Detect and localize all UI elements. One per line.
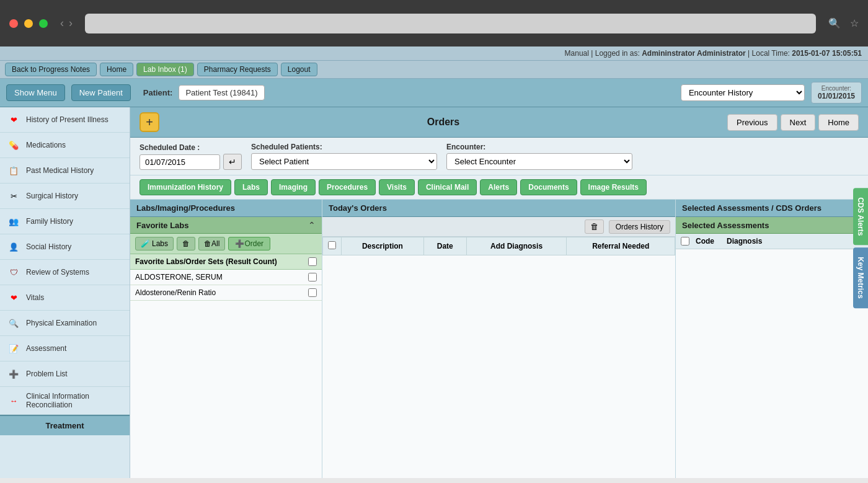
delete-lab-btn[interactable]: 🗑 [177, 237, 195, 250]
left-panel-title: Labs/Imaging/Procedures [130, 200, 322, 217]
key-metrics-tab[interactable]: Key Metrics [853, 247, 868, 308]
logged-in-label: Logged in as: [595, 49, 640, 58]
tab-clinical-mail[interactable]: Clinical Mail [418, 179, 477, 195]
minimize-window-btn[interactable] [24, 19, 33, 28]
sidebar-item-physical-examination[interactable]: 🔍 Physical Examination [0, 311, 130, 336]
home-orders-btn[interactable]: Home [818, 114, 859, 131]
fav-row-checkbox-1[interactable] [308, 273, 317, 281]
sidebar-label-past-medical-history: Past Medical History [26, 166, 94, 175]
scheduled-date-group: Scheduled Date : ↵ [140, 143, 242, 170]
sidebar-item-problem-list[interactable]: ➕ Problem List [0, 361, 130, 387]
logout-btn[interactable]: Logout [281, 63, 317, 76]
scheduled-patients-label: Scheduled Patients: [251, 143, 437, 151]
list-item: ALDOSTERONE, SERUM [130, 270, 322, 285]
list-item: Aldosterone/Renin Ratio [130, 285, 322, 301]
scheduled-date-label: Scheduled Date : [140, 143, 242, 152]
collapse-fav-labs-btn[interactable]: ⌃ [308, 220, 316, 230]
order-btn[interactable]: ➕Order [228, 237, 270, 250]
orders-table: Description Date Add Diagnosis Referral … [322, 237, 675, 255]
sidebar-label-social-history: Social History [26, 242, 71, 251]
fav-labs-header: Favorite Labs ⌃ [130, 217, 322, 234]
surgical-icon: ✂ [6, 188, 21, 203]
fav-row-checkbox-2[interactable] [308, 288, 317, 297]
sidebar-item-social-history[interactable]: 👤 Social History [0, 234, 130, 260]
tab-procedures[interactable]: Procedures [319, 179, 376, 195]
fav-select-all-checkbox[interactable] [308, 257, 317, 266]
sidebar-item-family-history[interactable]: 👥 Family History [0, 209, 130, 234]
add-order-btn[interactable]: + [140, 112, 159, 132]
select-encounter-dropdown[interactable]: Select Encounter [446, 153, 632, 170]
orders-title: Orders [159, 117, 727, 128]
lab-inbox-btn[interactable]: Lab Inbox (1) [136, 63, 194, 76]
show-menu-btn[interactable]: Show Menu [6, 84, 65, 101]
bookmark-icon[interactable]: ☆ [850, 17, 859, 29]
panel-left: Labs/Imaging/Procedures Favorite Labs ⌃ … [130, 200, 322, 478]
previous-btn[interactable]: Previous [727, 114, 777, 131]
encounter-label: Encounter: [818, 85, 855, 92]
sidebar-item-history-present-illness[interactable]: ❤ History of Present Illness [0, 107, 130, 133]
sidebar-item-clinical-info-reconciliation[interactable]: ↔ Clinical Information Reconciliation [0, 387, 130, 415]
sidebar-item-medications[interactable]: 💊 Medications [0, 133, 130, 158]
search-icon[interactable]: 🔍 [828, 17, 841, 29]
orders-date-header: Date [423, 237, 466, 255]
sidebar-label-review-of-systems: Review of Systems [26, 268, 89, 277]
close-window-btn[interactable] [9, 19, 18, 28]
sidebar-item-assessment[interactable]: 📝 Assessment [0, 336, 130, 361]
sidebar-item-vitals[interactable]: ❤ Vitals [0, 285, 130, 311]
three-panel: Labs/Imaging/Procedures Favorite Labs ⌃ … [130, 200, 868, 478]
tab-labs[interactable]: Labs [234, 179, 268, 195]
tab-immunization-history[interactable]: Immunization History [140, 179, 231, 195]
panel-right: Selected Assessments / CDS Orders Select… [676, 200, 868, 478]
scheduled-date-input[interactable] [140, 154, 220, 170]
sidebar-label-medications: Medications [26, 141, 66, 149]
orders-history-btn[interactable]: Orders History [609, 220, 670, 234]
sidebar-item-review-of-systems[interactable]: 🛡 Review of Systems [0, 260, 130, 285]
maximize-window-btn[interactable] [39, 19, 48, 28]
patient-name-display: Patient Test (19841) [179, 85, 264, 100]
orders-select-all-checkbox[interactable] [328, 241, 336, 249]
sidebar-footer-treatment[interactable]: Treatment [0, 415, 130, 435]
back-nav-btn[interactable]: ‹ [60, 17, 64, 30]
sel-select-all-checkbox[interactable] [681, 237, 689, 246]
tab-image-results[interactable]: Image Results [580, 179, 647, 195]
encounter-group: Encounter: Select Encounter [446, 143, 632, 170]
tab-alerts[interactable]: Alerts [480, 179, 517, 195]
sidebar-label-clinical-info-reconciliation: Clinical Information Reconciliation [26, 392, 123, 409]
back-to-notes-btn[interactable]: Back to Progress Notes [5, 63, 97, 76]
orders-description-header: Description [342, 237, 424, 255]
delete-today-orders-btn[interactable]: 🗑 [585, 219, 604, 234]
forward-nav-btn[interactable]: › [69, 17, 73, 30]
manual-label: Manual [565, 49, 589, 58]
labs-btn[interactable]: 🧪 Labs [135, 237, 174, 250]
scheduled-row: Scheduled Date : ↵ Scheduled Patients: S… [130, 138, 868, 175]
fav-labs-controls: 🧪 Labs 🗑 🗑All ➕Order [130, 234, 322, 254]
selected-assessments-header: Selected Assessments / CDS Orders [676, 200, 868, 217]
sel-diagnosis-header: Diagnosis [727, 237, 762, 246]
fav-labs-title: Favorite Labs [136, 221, 189, 230]
new-patient-btn[interactable]: New Patient [71, 84, 131, 101]
panel-middle: Today's Orders 🗑 Orders History Descript… [322, 200, 676, 478]
tab-imaging[interactable]: Imaging [271, 179, 316, 195]
local-time-label: Local Time: [752, 49, 790, 58]
past-medical-icon: 📋 [6, 163, 21, 178]
right-side-tabs: CDS Alerts Key Metrics [853, 188, 868, 308]
encounter-history-dropdown[interactable]: Encounter History [681, 84, 805, 101]
sidebar-label-history-present-illness: History of Present Illness [26, 115, 108, 124]
delete-all-labs-btn[interactable]: 🗑All [198, 237, 225, 250]
sidebar-label-surgical-history: Surgical History [26, 192, 78, 200]
sidebar-item-surgical-history[interactable]: ✂ Surgical History [0, 184, 130, 209]
home-nav-btn[interactable]: Home [100, 63, 133, 76]
sidebar-item-past-medical-history[interactable]: 📋 Past Medical History [0, 158, 130, 184]
select-patient-dropdown[interactable]: Select Patient [251, 153, 437, 170]
tab-visits[interactable]: Visits [379, 179, 415, 195]
address-bar[interactable] [85, 14, 816, 33]
pharmacy-requests-btn[interactable]: Pharmacy Requests [197, 63, 278, 76]
cds-alerts-tab[interactable]: CDS Alerts [853, 188, 868, 245]
physical-exam-icon: 🔍 [6, 316, 21, 330]
local-time: 2015-01-07 15:05:51 [792, 49, 862, 58]
next-btn[interactable]: Next [781, 114, 816, 131]
date-enter-btn[interactable]: ↵ [223, 154, 242, 170]
problem-list-icon: ➕ [6, 366, 21, 381]
tab-documents[interactable]: Documents [520, 179, 577, 195]
sidebar-label-problem-list: Problem List [26, 370, 68, 378]
